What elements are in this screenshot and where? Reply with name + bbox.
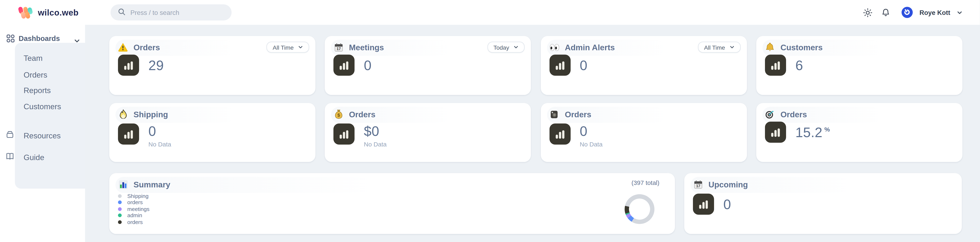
time-filter-dropdown[interactable]: All Time (267, 41, 309, 53)
filter-label: All Time (273, 44, 294, 51)
brand-logo[interactable]: wilco.web (19, 0, 79, 25)
card-title: Summary (134, 180, 170, 189)
sidebar-section-dashboards[interactable]: Dashboards (0, 33, 85, 43)
legend-item: Shipping (118, 194, 150, 198)
stat-value: $0 (364, 123, 387, 139)
dashboards-grid-icon (6, 34, 15, 45)
legend-dot (118, 220, 122, 224)
sidebar: Dashboards Team Orders Reports Customers… (0, 25, 85, 242)
time-filter-dropdown[interactable]: All Time (698, 41, 741, 53)
sidebar-link-resources[interactable]: Resources (24, 131, 60, 140)
card-orders-rate: Orders 15.2% (756, 103, 963, 162)
sidebar-item-orders[interactable]: Orders (24, 71, 48, 79)
search-icon (118, 7, 126, 18)
summary-legend: Shipping orders meetings admin orders (118, 194, 150, 224)
brand-name: wilco.web (38, 8, 79, 17)
brand-logo-icon (19, 6, 32, 18)
card-orders-revenue: $ Orders $0 No Data (325, 103, 531, 162)
stat-value: 0 (148, 123, 171, 139)
calendar-icon: 17 (693, 179, 703, 189)
card-upcoming: 17 Upcoming 0 (684, 173, 962, 234)
topbar: wilco.web Press / to search (0, 0, 980, 25)
sidebar-item-team[interactable]: Team (24, 54, 43, 63)
summary-total: (397 total) (632, 179, 659, 186)
filter-label: All Time (704, 44, 725, 51)
card-shipping: Shipping 0 No Data (109, 103, 315, 162)
stat-value: 6 (795, 57, 803, 73)
card-admin-alerts: Admin Alerts All Time 0 (541, 36, 747, 95)
notifications-bell-icon[interactable] (880, 7, 891, 18)
card-title: Meetings (349, 43, 384, 52)
section-chevron-down-icon[interactable] (74, 35, 80, 46)
search-placeholder: Press / to search (130, 9, 179, 16)
legend-label: Shipping (127, 193, 149, 199)
stat-value: 0 (723, 196, 731, 212)
legend-label: orders (127, 199, 143, 206)
sidebar-group-panel (15, 43, 85, 189)
filter-label: Today (493, 44, 509, 51)
target-icon (765, 109, 775, 119)
time-filter-dropdown[interactable]: Today (487, 41, 525, 53)
sidebar-link-guide[interactable]: Guide (24, 153, 44, 162)
money-bag-icon: $ (333, 109, 344, 119)
app: wilco.web Press / to search (0, 0, 980, 242)
legend-item: orders (118, 220, 150, 224)
card-title: Orders (565, 110, 591, 119)
camera-icon (549, 109, 559, 119)
legend-item: orders (118, 200, 150, 204)
theme-toggle-button[interactable] (862, 7, 873, 18)
card-meetings: 17 Meetings Today 0 (325, 36, 531, 95)
svg-text:17: 17 (336, 46, 340, 51)
legend-label: orders (127, 219, 143, 225)
user-avatar[interactable] (901, 7, 913, 18)
legend-label: admin (127, 212, 142, 218)
chevron-down-icon (514, 45, 519, 50)
chevron-down-icon (729, 45, 734, 50)
legend-dot (118, 207, 122, 211)
card-title: Upcoming (708, 180, 748, 189)
card-title: Orders (349, 110, 375, 119)
card-title: Orders (781, 110, 807, 119)
stat-value: 0 (580, 57, 587, 73)
warning-icon (118, 42, 128, 52)
bar-chart-icon (118, 123, 139, 145)
bar-chart-icon (118, 55, 139, 76)
no-data-label: No Data (364, 141, 387, 148)
search-input[interactable]: Press / to search (111, 4, 232, 21)
no-data-label: No Data (580, 141, 603, 148)
book-icon (6, 152, 14, 161)
card-title: Admin Alerts (565, 43, 615, 52)
legend-dot (118, 194, 122, 198)
card-summary: Summary (397 total) Shipping orders meet… (109, 173, 675, 234)
legend-dot (118, 214, 122, 217)
calendar-icon: 17 (333, 42, 344, 52)
archive-icon (6, 130, 14, 139)
user-menu-chevron-icon[interactable] (957, 7, 963, 18)
card-title: Shipping (134, 110, 168, 119)
sidebar-item-reports[interactable]: Reports (24, 86, 51, 95)
legend-item: admin (118, 213, 150, 218)
stat-value: 15.2 (795, 125, 822, 140)
bar-chart-icon (765, 122, 786, 143)
stat-value: 29 (148, 57, 164, 73)
card-orders-count: Orders All Time 29 (109, 36, 315, 95)
bar-chart-icon (549, 55, 570, 76)
legend-dot (118, 201, 122, 204)
bell-gold-icon (765, 42, 775, 52)
stat-value: 0 (580, 123, 603, 139)
sidebar-section-label: Dashboards (19, 35, 60, 42)
chevron-down-icon (298, 45, 303, 50)
bar-chart-icon (549, 123, 570, 145)
sidebar-item-customers[interactable]: Customers (24, 103, 61, 111)
card-customers: Customers 6 (756, 36, 963, 95)
topbar-actions: Roye Kott (862, 0, 963, 25)
percent-suffix: % (824, 126, 830, 133)
bar-chart-icon (333, 123, 355, 145)
legend-label: meetings (127, 206, 150, 212)
svg-text:$: $ (337, 112, 340, 118)
fire-icon (118, 109, 128, 119)
eyes-icon (549, 42, 559, 52)
bar-chart-icon (333, 55, 355, 76)
legend-item: meetings (118, 207, 150, 211)
user-name[interactable]: Roye Kott (920, 9, 950, 16)
